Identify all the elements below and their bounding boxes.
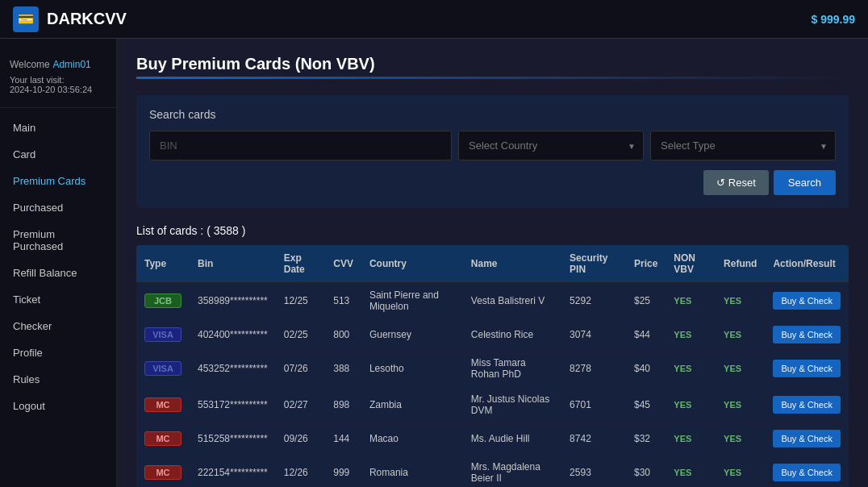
sidebar: Welcome Admin01 Your last visit: 2024-10… [0,39,117,487]
table-row: MC553172**********02/27898ZambiaMr. Just… [136,387,849,423]
cell-price: $40 [626,351,666,387]
cell-nonvbv: YES [666,351,716,387]
sidebar-item-main[interactable]: Main [0,114,116,141]
sidebar-item-purchased[interactable]: Purchased [0,194,116,221]
cell-price: $44 [626,319,666,351]
cell-name: Mrs. Magdalena Beier II [463,455,561,488]
refund-badge: YES [724,434,741,443]
refund-badge: YES [724,400,741,410]
cell-refund: YES [716,455,765,488]
cell-cvv: 800 [325,319,361,351]
sidebar-item-rules[interactable]: Rules [0,366,116,393]
cell-price: $30 [626,455,666,488]
sidebar-item-card[interactable]: Card [0,141,116,168]
cell-nonvbv: YES [666,423,716,455]
table-row: MC222154**********12/26999RomaniaMrs. Ma… [136,455,849,488]
buy-check-button[interactable]: Buy & Check [773,360,841,377]
cell-country: Zambia [361,387,463,423]
last-visit-label: Your last visit: [10,75,106,85]
bin-input[interactable] [149,131,452,160]
buy-check-button[interactable]: Buy & Check [773,430,841,447]
search-cards-label: Search cards [149,108,836,121]
cell-exp: 12/26 [276,455,325,488]
card-type-badge: VISA [144,327,182,342]
cell-cvv: 388 [325,351,361,387]
cell-name: Celestino Rice [463,319,561,351]
cell-refund: YES [716,319,765,351]
welcome-label: Welcome [10,59,50,70]
cell-pin: 5292 [561,283,626,319]
country-select[interactable]: Select Country [458,131,644,160]
cell-exp: 07/26 [276,351,325,387]
cell-type: VISA [136,319,190,351]
cell-refund: YES [716,423,765,455]
brand-name: DARKCVV [47,10,127,28]
sidebar-item-checker[interactable]: Checker [0,313,116,339]
list-header: List of cards : ( 3588 ) [136,224,849,237]
col-refund: Refund [716,245,765,283]
title-underline [136,77,849,79]
cell-bin: 358989********** [190,283,276,319]
search-button[interactable]: Search [774,170,836,195]
reset-button[interactable]: ↺ Reset [703,170,769,195]
type-select[interactable]: Select Type [650,131,836,160]
cell-pin: 6701 [561,387,626,423]
nonvbv-badge: YES [674,400,691,410]
cell-pin: 8742 [561,423,626,455]
cell-name: Mr. Justus Nicolas DVM [463,387,561,423]
refund-badge: YES [724,330,741,339]
nonvbv-badge: YES [674,364,691,373]
buy-check-button[interactable]: Buy & Check [773,396,841,414]
cell-exp: 12/25 [276,283,325,319]
layout: Welcome Admin01 Your last visit: 2024-10… [0,39,868,487]
buy-check-button[interactable]: Buy & Check [773,326,841,343]
last-visit-time: 2024-10-20 03:56:24 [10,85,106,94]
card-type-badge: MC [144,465,182,480]
cell-pin: 8278 [561,351,626,387]
cell-bin: 222154********** [190,455,276,488]
list-count: List of cards : ( 3588 ) [136,224,245,237]
cell-price: $45 [626,387,666,423]
table-row: VISA453252**********07/26388LesothoMiss … [136,351,849,387]
cell-exp: 09/26 [276,423,325,455]
cell-refund: YES [716,387,765,423]
cell-type: JCB [136,283,190,319]
cell-bin: 402400********** [190,319,276,351]
col-country: Country [361,245,463,283]
col-price: Price [626,245,666,283]
sidebar-item-logout[interactable]: Logout [0,393,116,419]
sidebar-item-refill-balance[interactable]: Refill Balance [0,260,116,286]
sidebar-item-profile[interactable]: Profile [0,339,116,366]
card-type-badge: MC [144,431,182,446]
nonvbv-badge: YES [674,296,691,306]
cell-name: Ms. Audie Hill [463,423,561,455]
table-head: TypeBinExp DateCVVCountryNameSecurity PI… [136,245,849,283]
sidebar-item-premium-cards[interactable]: Premium Cards [0,168,116,194]
reset-label: Reset [728,177,756,189]
buy-check-button[interactable]: Buy & Check [773,292,841,310]
cell-type: VISA [136,351,190,387]
cell-action: Buy & Check [765,319,849,351]
buy-check-button[interactable]: Buy & Check [773,464,841,481]
cell-country: Romania [361,455,463,488]
country-select-wrapper: Select Country ▼ [458,131,644,160]
refund-badge: YES [724,296,741,306]
cell-type: MC [136,387,190,423]
cell-cvv: 898 [325,387,361,423]
col-action-result: Action/Result [765,245,849,283]
nonvbv-badge: YES [674,330,691,339]
nonvbv-badge: YES [674,468,691,477]
cell-action: Buy & Check [765,351,849,387]
cell-cvv: 144 [325,423,361,455]
cell-name: Miss Tamara Rohan PhD [463,351,561,387]
sidebar-nav: MainCardPremium CardsPurchasedPremium Pu… [0,114,116,419]
card-type-badge: MC [144,398,182,412]
cell-nonvbv: YES [666,319,716,351]
col-type: Type [136,245,190,283]
balance-display: $ 999.99 [812,13,856,26]
sidebar-item-ticket[interactable]: Ticket [0,286,116,313]
col-cvv: CVV [325,245,361,283]
sidebar-item-premium-purchased[interactable]: Premium Purchased [0,221,116,260]
brand: 💳 DARKCVV [13,6,127,32]
table-row: JCB358989**********12/25513Saint Pierre … [136,283,849,319]
